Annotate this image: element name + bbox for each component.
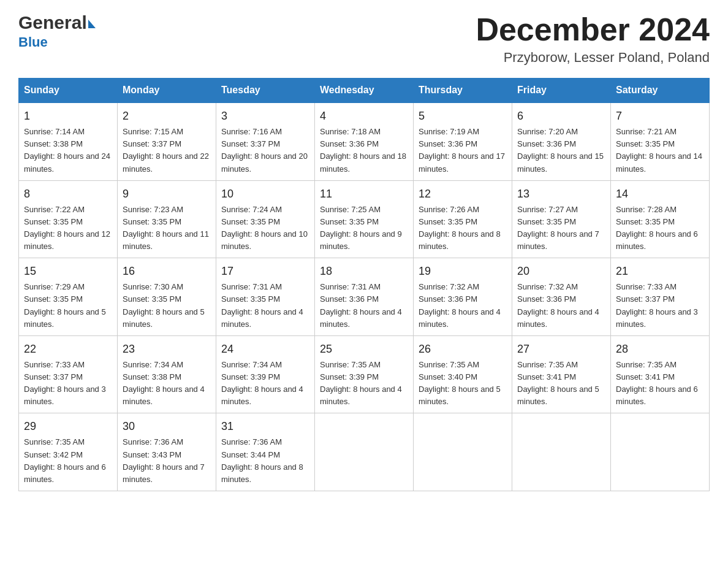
day-number: 17 [221,263,309,280]
day-number: 30 [123,418,211,435]
day-number: 19 [419,263,507,280]
table-row: 13 Sunrise: 7:27 AMSunset: 3:35 PMDaylig… [512,180,611,258]
table-row: 30 Sunrise: 7:36 AMSunset: 3:43 PMDaylig… [118,413,216,491]
day-number: 4 [320,108,408,124]
day-number: 7 [616,108,704,124]
day-info: Sunrise: 7:33 AMSunset: 3:37 PMDaylight:… [24,360,106,406]
table-row: 28 Sunrise: 7:35 AMSunset: 3:41 PMDaylig… [611,335,710,413]
calendar-table: Sunday Monday Tuesday Wednesday Thursday… [18,78,710,491]
col-friday: Friday [512,79,611,103]
table-row: 2 Sunrise: 7:15 AMSunset: 3:37 PMDayligh… [118,102,216,180]
day-number: 3 [221,108,309,124]
day-info: Sunrise: 7:30 AMSunset: 3:35 PMDaylight:… [123,282,205,328]
day-number: 22 [24,341,112,358]
col-thursday: Thursday [414,79,512,103]
day-info: Sunrise: 7:34 AMSunset: 3:38 PMDaylight:… [123,360,205,406]
col-wednesday: Wednesday [315,79,414,103]
day-info: Sunrise: 7:25 AMSunset: 3:35 PMDaylight:… [320,205,402,251]
table-row [611,413,710,491]
day-number: 27 [517,341,605,358]
day-number: 12 [419,186,507,202]
day-number: 10 [221,186,309,202]
table-row: 11 Sunrise: 7:25 AMSunset: 3:35 PMDaylig… [315,180,414,258]
table-row: 4 Sunrise: 7:18 AMSunset: 3:36 PMDayligh… [315,102,414,180]
day-info: Sunrise: 7:18 AMSunset: 3:36 PMDaylight:… [320,127,406,173]
table-row: 14 Sunrise: 7:28 AMSunset: 3:35 PMDaylig… [611,180,710,258]
col-saturday: Saturday [611,79,710,103]
table-row [315,413,414,491]
table-row: 15 Sunrise: 7:29 AMSunset: 3:35 PMDaylig… [19,258,118,336]
table-row: 24 Sunrise: 7:34 AMSunset: 3:39 PMDaylig… [216,335,315,413]
day-info: Sunrise: 7:28 AMSunset: 3:35 PMDaylight:… [616,205,698,251]
table-row: 7 Sunrise: 7:21 AMSunset: 3:35 PMDayligh… [611,102,710,180]
table-row: 20 Sunrise: 7:32 AMSunset: 3:36 PMDaylig… [512,258,611,336]
day-info: Sunrise: 7:36 AMSunset: 3:44 PMDaylight:… [221,437,303,483]
table-row: 27 Sunrise: 7:35 AMSunset: 3:41 PMDaylig… [512,335,611,413]
table-row: 22 Sunrise: 7:33 AMSunset: 3:37 PMDaylig… [19,335,118,413]
logo-general-text: General [18,12,87,33]
table-row: 19 Sunrise: 7:32 AMSunset: 3:36 PMDaylig… [414,258,512,336]
day-number: 21 [616,263,704,280]
day-number: 16 [123,263,211,280]
table-row: 9 Sunrise: 7:23 AMSunset: 3:35 PMDayligh… [118,180,216,258]
table-row: 23 Sunrise: 7:34 AMSunset: 3:38 PMDaylig… [118,335,216,413]
day-info: Sunrise: 7:35 AMSunset: 3:41 PMDaylight:… [616,360,698,406]
day-info: Sunrise: 7:31 AMSunset: 3:35 PMDaylight:… [221,282,303,328]
table-row: 8 Sunrise: 7:22 AMSunset: 3:35 PMDayligh… [19,180,118,258]
day-number: 29 [24,418,112,435]
day-number: 6 [517,108,605,124]
day-info: Sunrise: 7:34 AMSunset: 3:39 PMDaylight:… [221,360,303,406]
table-row [414,413,512,491]
day-number: 2 [123,108,211,124]
day-info: Sunrise: 7:31 AMSunset: 3:36 PMDaylight:… [320,282,402,328]
day-info: Sunrise: 7:29 AMSunset: 3:35 PMDaylight:… [24,282,106,328]
day-info: Sunrise: 7:35 AMSunset: 3:39 PMDaylight:… [320,360,402,406]
day-info: Sunrise: 7:27 AMSunset: 3:35 PMDaylight:… [517,205,599,251]
day-number: 26 [419,341,507,358]
day-info: Sunrise: 7:21 AMSunset: 3:35 PMDaylight:… [616,127,702,173]
logo-blue-text: Blue [18,34,48,50]
day-number: 1 [24,108,112,124]
day-info: Sunrise: 7:33 AMSunset: 3:37 PMDaylight:… [616,282,698,328]
day-info: Sunrise: 7:35 AMSunset: 3:40 PMDaylight:… [419,360,501,406]
day-number: 18 [320,263,408,280]
col-sunday: Sunday [19,79,118,103]
title-block: December 2024 Przyborow, Lesser Poland, … [476,12,710,66]
day-info: Sunrise: 7:36 AMSunset: 3:43 PMDaylight:… [123,437,205,483]
day-number: 20 [517,263,605,280]
day-number: 23 [123,341,211,358]
day-info: Sunrise: 7:35 AMSunset: 3:42 PMDaylight:… [24,437,106,483]
day-number: 11 [320,186,408,202]
table-row: 18 Sunrise: 7:31 AMSunset: 3:36 PMDaylig… [315,258,414,336]
day-info: Sunrise: 7:22 AMSunset: 3:35 PMDaylight:… [24,205,110,251]
day-info: Sunrise: 7:24 AMSunset: 3:35 PMDaylight:… [221,205,308,251]
day-info: Sunrise: 7:32 AMSunset: 3:36 PMDaylight:… [517,282,599,328]
page-header: General Blue December 2024 Przyborow, Le… [18,12,710,66]
calendar-week-row: 29 Sunrise: 7:35 AMSunset: 3:42 PMDaylig… [19,413,710,491]
table-row: 1 Sunrise: 7:14 AMSunset: 3:38 PMDayligh… [19,102,118,180]
day-number: 14 [616,186,704,202]
logo-arrow-icon [88,20,96,28]
calendar-week-row: 1 Sunrise: 7:14 AMSunset: 3:38 PMDayligh… [19,102,710,180]
day-number: 28 [616,341,704,358]
day-info: Sunrise: 7:19 AMSunset: 3:36 PMDaylight:… [419,127,505,173]
calendar-week-row: 8 Sunrise: 7:22 AMSunset: 3:35 PMDayligh… [19,180,710,258]
table-row: 26 Sunrise: 7:35 AMSunset: 3:40 PMDaylig… [414,335,512,413]
day-info: Sunrise: 7:35 AMSunset: 3:41 PMDaylight:… [517,360,599,406]
day-number: 31 [221,418,309,435]
table-row: 10 Sunrise: 7:24 AMSunset: 3:35 PMDaylig… [216,180,315,258]
table-row: 17 Sunrise: 7:31 AMSunset: 3:35 PMDaylig… [216,258,315,336]
table-row: 12 Sunrise: 7:26 AMSunset: 3:35 PMDaylig… [414,180,512,258]
day-number: 13 [517,186,605,202]
table-row: 31 Sunrise: 7:36 AMSunset: 3:44 PMDaylig… [216,413,315,491]
table-row: 21 Sunrise: 7:33 AMSunset: 3:37 PMDaylig… [611,258,710,336]
day-info: Sunrise: 7:32 AMSunset: 3:36 PMDaylight:… [419,282,501,328]
location-title: Przyborow, Lesser Poland, Poland [476,50,710,66]
day-info: Sunrise: 7:14 AMSunset: 3:38 PMDaylight:… [24,127,110,173]
day-info: Sunrise: 7:16 AMSunset: 3:37 PMDaylight:… [221,127,308,173]
month-title: December 2024 [476,12,710,47]
table-row: 16 Sunrise: 7:30 AMSunset: 3:35 PMDaylig… [118,258,216,336]
day-number: 8 [24,186,112,202]
table-row: 5 Sunrise: 7:19 AMSunset: 3:36 PMDayligh… [414,102,512,180]
calendar-week-row: 22 Sunrise: 7:33 AMSunset: 3:37 PMDaylig… [19,335,710,413]
